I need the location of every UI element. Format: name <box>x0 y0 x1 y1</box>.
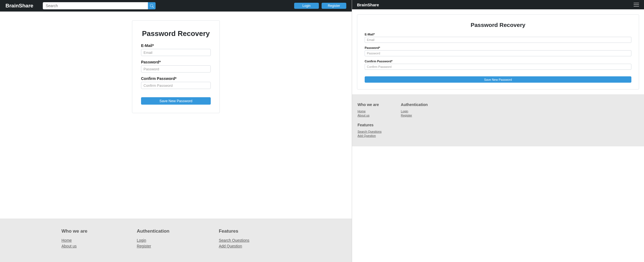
footer-link-about-mobile[interactable]: About us <box>358 114 379 117</box>
brand-logo[interactable]: BrainShare <box>5 3 33 9</box>
footer-features-title: Features <box>219 228 249 234</box>
footer-link-add-question-mobile[interactable]: Add Question <box>358 134 639 137</box>
desktop-viewport: BrainShare Login Register Password Recov… <box>0 0 352 262</box>
main-content-mobile: Password Recovery E-Mail* Password* Conf… <box>352 9 644 94</box>
password-field-mobile[interactable] <box>365 50 631 56</box>
email-label: E-Mail* <box>141 43 211 48</box>
search-input[interactable] <box>43 2 148 9</box>
register-button[interactable]: Register <box>322 3 346 9</box>
navbar-mobile: BrainShare <box>352 0 644 9</box>
footer: Who we are Home About us Authentication … <box>0 219 352 262</box>
email-label-mobile: E-Mail* <box>365 33 631 36</box>
save-password-button[interactable]: Save New Password <box>141 97 211 105</box>
footer-link-add-question[interactable]: Add Question <box>219 244 249 248</box>
footer-link-register[interactable]: Register <box>137 244 169 248</box>
card-title: Password Recovery <box>141 29 211 38</box>
footer-link-home[interactable]: Home <box>61 238 87 243</box>
confirm-password-field[interactable] <box>141 82 211 89</box>
confirm-password-field-mobile[interactable] <box>365 64 631 70</box>
footer-link-login-mobile[interactable]: Login <box>401 110 428 113</box>
login-button[interactable]: Login <box>294 3 319 9</box>
brand-logo-mobile[interactable]: BrainShare <box>357 2 379 7</box>
password-label-mobile: Password* <box>365 46 631 49</box>
footer-link-login[interactable]: Login <box>137 238 169 243</box>
footer-auth-title-mobile: Authentication <box>401 102 428 107</box>
footer-link-register-mobile[interactable]: Register <box>401 114 428 117</box>
email-field[interactable] <box>141 49 211 56</box>
hamburger-menu-button[interactable] <box>634 3 639 7</box>
footer-col-who-mobile: Who we are Home About us <box>358 102 379 118</box>
hamburger-icon <box>634 3 639 3</box>
password-recovery-card: Password Recovery E-Mail* Password* Conf… <box>132 20 220 113</box>
footer-col-who: Who we are Home About us <box>61 228 87 250</box>
footer-auth-title: Authentication <box>137 228 169 234</box>
main-content: Password Recovery E-Mail* Password* Conf… <box>0 12 352 219</box>
footer-col-features-mobile: Features Search Questions Add Question <box>358 123 639 137</box>
footer-mobile: Who we are Home About us Authentication … <box>352 94 644 146</box>
navbar: BrainShare Login Register <box>0 0 352 12</box>
password-field[interactable] <box>141 65 211 73</box>
password-recovery-card-mobile: Password Recovery E-Mail* Password* Conf… <box>357 14 639 90</box>
hamburger-icon <box>634 6 639 7</box>
footer-features-title-mobile: Features <box>358 123 639 127</box>
footer-col-auth-mobile: Authentication Login Register <box>401 102 428 118</box>
footer-link-home-mobile[interactable]: Home <box>358 110 379 113</box>
footer-link-about[interactable]: About us <box>61 244 87 248</box>
mobile-viewport: BrainShare Password Recovery E-Mail* Pas… <box>352 0 644 262</box>
search-icon <box>150 4 154 8</box>
footer-col-auth: Authentication Login Register <box>137 228 169 250</box>
email-field-mobile[interactable] <box>365 37 631 43</box>
footer-who-title-mobile: Who we are <box>358 102 379 107</box>
footer-col-features: Features Search Questions Add Question <box>219 228 249 250</box>
confirm-password-label-mobile: Confirm Password* <box>365 60 631 63</box>
footer-link-search-questions[interactable]: Search Questions <box>219 238 249 243</box>
card-title-mobile: Password Recovery <box>365 22 631 28</box>
search-button[interactable] <box>148 2 156 9</box>
password-label: Password* <box>141 60 211 64</box>
search-group <box>43 2 156 9</box>
save-password-button-mobile[interactable]: Save New Password <box>365 76 631 83</box>
footer-link-search-questions-mobile[interactable]: Search Questions <box>358 130 639 133</box>
hamburger-icon <box>634 4 639 5</box>
confirm-password-label: Confirm Password* <box>141 76 211 81</box>
footer-who-title: Who we are <box>61 228 87 234</box>
